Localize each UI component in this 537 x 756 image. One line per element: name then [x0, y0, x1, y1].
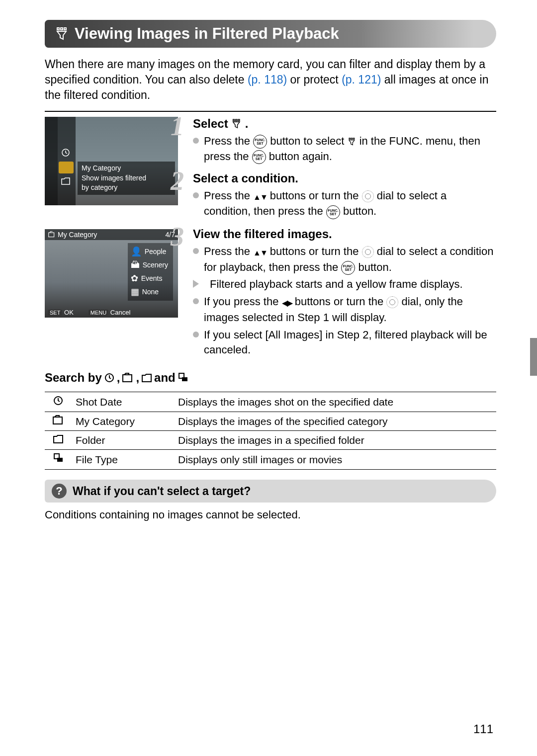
sc1-line3: by category: [82, 183, 171, 193]
sc2-item-events: Events: [141, 273, 163, 284]
row-name: Folder: [72, 431, 174, 450]
folder-icon: [141, 373, 152, 383]
question-mark-icon: ?: [52, 484, 67, 499]
step-2-title: Select a condition.: [193, 171, 298, 185]
control-dial-icon: [362, 190, 374, 202]
row-name: My Category: [72, 412, 174, 431]
svg-rect-7: [349, 138, 350, 139]
func-set-button-icon: FUNC.SET: [253, 135, 267, 149]
svg-rect-8: [351, 138, 352, 139]
my-category-icon: [52, 415, 64, 425]
left-right-arrows-icon: [282, 295, 292, 310]
step3-note: If you select [All Images] in Step 2, fi…: [204, 328, 496, 358]
svg-rect-5: [236, 119, 237, 121]
step3-result: Filtered playback starts and a yellow fr…: [210, 277, 463, 292]
bullet-icon: [193, 332, 199, 337]
svg-rect-17: [57, 458, 63, 462]
row-desc: Displays the images in a specified folde…: [174, 431, 496, 450]
bullet-icon: [193, 248, 199, 254]
file-type-icon: [178, 372, 188, 383]
section-tab-marker: [530, 338, 537, 376]
svg-rect-9: [353, 138, 354, 139]
sc2-menu-label: MENU: [89, 310, 108, 316]
row-name: File Type: [72, 450, 174, 470]
row-desc: Displays only still images or movies: [174, 450, 496, 470]
svg-rect-10: [49, 233, 54, 237]
control-dial-icon: [362, 246, 374, 258]
sc2-item-none: None: [142, 287, 159, 297]
step-1-title: Select: [193, 117, 228, 131]
table-row: File Type Displays only still images or …: [45, 450, 496, 470]
filter-playback-icon: [231, 118, 242, 129]
row-desc: Displays the images of the specified cat…: [174, 412, 496, 431]
sc2-item-scenery: Scenery: [143, 260, 168, 270]
search-conditions-table: Shot Date Displays the images shot on th…: [45, 392, 496, 470]
svg-rect-6: [238, 119, 240, 121]
svg-rect-0: [57, 28, 59, 30]
func-set-button-icon: FUNC.SET: [252, 150, 266, 164]
my-category-icon: [122, 373, 134, 383]
step-number-3: 3: [171, 221, 184, 252]
step-3-title: View the filtered images.: [193, 227, 332, 241]
intro-paragraph: When there are many images on the memory…: [45, 57, 496, 103]
bullet-icon: [193, 298, 199, 304]
bullet-icon: [193, 192, 199, 198]
faq-body: Conditions containing no images cannot b…: [45, 508, 496, 521]
result-bullet-icon: [193, 280, 205, 288]
camera-screenshot-1: My Category Show images filtered by cate…: [45, 117, 178, 205]
link-p121[interactable]: (p. 121): [342, 73, 381, 86]
row-desc: Displays the images shot on the specifie…: [174, 392, 496, 412]
shot-date-icon: [53, 395, 64, 406]
camera-screenshot-2: My Category 4/7 👤People 🏔Scenery ✿Events…: [45, 229, 178, 318]
table-row: My Category Displays the images of the s…: [45, 412, 496, 431]
step-number-1: 1: [171, 111, 184, 142]
func-set-button-icon: FUNC.SET: [341, 261, 355, 275]
svg-rect-15: [53, 417, 62, 424]
filter-playback-icon: [348, 137, 357, 146]
sc2-set-label: SET: [48, 310, 62, 316]
sc2-item-people: People: [145, 247, 167, 257]
svg-rect-1: [61, 28, 63, 30]
step-number-2: 2: [171, 166, 184, 196]
sc2-ok-label: OK: [64, 309, 74, 316]
page-title: Viewing Images in Filtered Playback: [75, 25, 339, 43]
link-p118[interactable]: (p. 118): [248, 73, 287, 86]
shot-date-icon: [104, 372, 115, 383]
table-row: Shot Date Displays the images shot on th…: [45, 392, 496, 412]
control-dial-icon: [386, 296, 398, 308]
bullet-icon: [193, 138, 199, 144]
up-down-arrows-icon: [253, 189, 267, 204]
divider: [45, 111, 496, 112]
sc1-line1: My Category: [82, 164, 171, 173]
page-number: 111: [473, 722, 493, 736]
svg-rect-4: [233, 119, 234, 121]
row-name: Shot Date: [72, 392, 174, 412]
filter-playback-icon: [55, 26, 70, 41]
sc1-line2: Show images filtered: [82, 173, 171, 183]
faq-title: What if you can't select a target?: [73, 485, 251, 498]
table-row: Folder Displays the images in a specifie…: [45, 431, 496, 450]
up-down-arrows-icon: [253, 245, 267, 260]
folder-icon: [53, 434, 64, 444]
svg-rect-12: [123, 375, 132, 382]
faq-heading-bar: ? What if you can't select a target?: [45, 480, 496, 503]
sc2-header: My Category: [58, 231, 97, 239]
page-title-bar: Viewing Images in Filtered Playback: [45, 20, 496, 48]
search-by-heading: Search by , , and: [45, 371, 496, 385]
file-type-icon: [53, 453, 64, 464]
func-set-button-icon: FUNC.SET: [326, 205, 340, 219]
sc2-cancel-label: Cancel: [110, 309, 130, 316]
svg-rect-2: [64, 28, 66, 30]
